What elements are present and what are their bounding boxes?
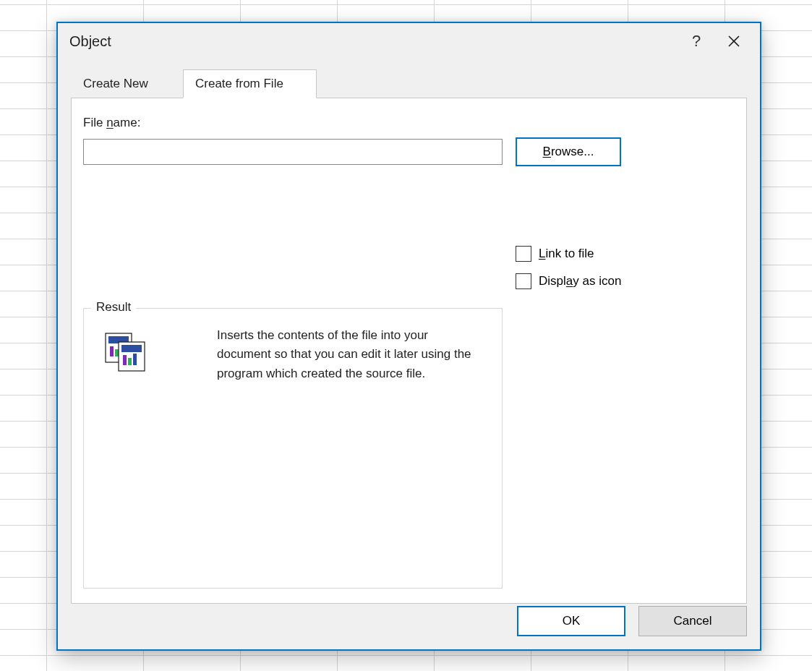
close-icon — [728, 35, 740, 47]
svg-rect-8 — [121, 345, 142, 352]
svg-rect-11 — [133, 354, 137, 365]
svg-rect-4 — [110, 346, 114, 356]
svg-rect-9 — [123, 355, 127, 365]
svg-rect-5 — [115, 349, 119, 356]
browse-button-label: Browse... — [543, 145, 594, 159]
tab-create-new[interactable]: Create New — [71, 69, 183, 98]
tab-create-from-file[interactable]: Create from File — [183, 69, 317, 98]
link-to-file-label: Link to file — [539, 247, 594, 261]
tab-strip: Create New Create from File — [71, 69, 747, 98]
display-as-icon-checkbox[interactable]: Display as icon — [516, 273, 621, 289]
checkbox-icon — [516, 246, 531, 262]
embed-chart-icon — [103, 332, 150, 374]
help-button[interactable]: ? — [678, 27, 715, 56]
link-to-file-checkbox[interactable]: Link to file — [516, 246, 594, 262]
help-icon: ? — [692, 32, 701, 51]
result-groupbox: Result Inserts the contents of the file … — [83, 308, 503, 589]
tab-create-from-file-label: Create from File — [195, 77, 283, 91]
dialog-titlebar: Object ? — [58, 23, 760, 59]
svg-rect-10 — [128, 358, 132, 365]
checkbox-icon — [516, 273, 531, 289]
object-dialog: Object ? Create New Create from File Fil… — [56, 22, 761, 651]
cancel-button-label: Cancel — [674, 614, 712, 628]
tab-panel-create-from-file: File name: Browse... Link to file Displa… — [71, 98, 747, 604]
cancel-button[interactable]: Cancel — [638, 606, 747, 636]
file-name-label: File name: — [83, 116, 140, 130]
result-legend: Result — [91, 300, 136, 315]
ok-button-label: OK — [563, 614, 581, 628]
dialog-title: Object — [69, 33, 111, 50]
ok-button[interactable]: OK — [517, 606, 625, 636]
browse-button[interactable]: Browse... — [516, 137, 621, 166]
display-as-icon-label: Display as icon — [539, 274, 621, 289]
tab-create-new-label: Create New — [83, 77, 148, 91]
close-button[interactable] — [715, 27, 753, 56]
result-description: Inserts the contents of the file into yo… — [217, 326, 484, 383]
file-name-input[interactable] — [83, 139, 503, 165]
dialog-button-row: OK Cancel — [517, 606, 747, 636]
